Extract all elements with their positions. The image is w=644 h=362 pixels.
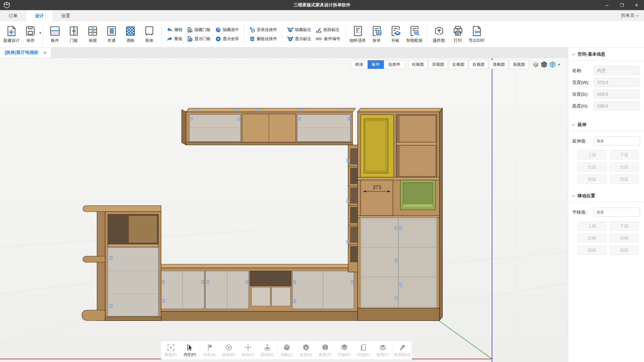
delete-connector-button[interactable]: 删除连接件 (247, 35, 279, 43)
section-header-extend[interactable]: 延伸 (568, 118, 644, 131)
left-view-button[interactable]: 左视图 (449, 60, 468, 69)
menu-tab-order[interactable]: 订单 (0, 10, 26, 21)
extend-back-button[interactable]: 后延 (610, 175, 639, 184)
selected-compartment-yellow[interactable] (361, 115, 394, 177)
3d-viewport[interactable]: 373 柜体 板件 连接件 前视图 后视图 左视图 右视图 顶视图 底视图 (0, 58, 568, 362)
board-thickness-tool[interactable]: 板厚(Y) (373, 341, 392, 359)
exploded-view-icon (433, 25, 445, 37)
smart-check-button[interactable]: 智能检测 (405, 23, 424, 46)
extend-down-button[interactable]: 下延 (610, 150, 639, 159)
front-view-button[interactable]: 前视图 (408, 60, 428, 69)
mode-cabinet-button[interactable]: 柜体 (351, 60, 368, 69)
section-header-move[interactable]: 移动位置 (568, 189, 644, 202)
extend-right-button[interactable]: 右延 (610, 162, 639, 172)
shape-tool[interactable]: 造形(X) (296, 341, 315, 359)
move-value-input[interactable] (594, 208, 640, 217)
install-connector-button[interactable]: 安装连接件 (247, 26, 279, 34)
redo-button[interactable]: 重做 (164, 35, 185, 43)
solid-cube-icon[interactable] (532, 61, 539, 68)
notch-tool[interactable]: 开缺(O) (335, 341, 354, 359)
show-all-button[interactable]: 显示全部 (213, 35, 241, 43)
mode-panel-button[interactable]: 板件 (368, 60, 384, 69)
back-view-button[interactable]: 后视图 (428, 60, 448, 69)
move-front-button[interactable]: 前移 (578, 246, 607, 255)
move-tool[interactable]: 移动(V) (238, 341, 257, 359)
cabinet-body-button[interactable]: 柜体 (140, 23, 159, 46)
restore-icon[interactable]: ❐ (614, 0, 629, 10)
render-style-caret-icon[interactable]: ▼ (557, 63, 560, 66)
left-tower[interactable] (82, 206, 161, 321)
door-panel-button[interactable]: 门板 (64, 23, 83, 46)
panel-button[interactable]: 板件 (45, 23, 64, 46)
drawer-button[interactable]: 抽屉 (83, 23, 102, 46)
glass-cube-icon[interactable] (549, 61, 556, 68)
menu-tab-settings[interactable]: 设置 (53, 10, 79, 21)
right-tower[interactable] (358, 108, 442, 321)
panel-number-button[interactable]: NO. 板件编号 (313, 35, 343, 43)
show-all-icon (215, 36, 221, 42)
wireframe-cube-icon[interactable] (541, 61, 548, 68)
hanging-rod-button[interactable]: 衣通 (102, 23, 121, 46)
close-icon[interactable]: ✕ (629, 0, 644, 10)
minimize-icon[interactable]: ─ (600, 0, 614, 10)
move-right-button[interactable]: 右移 (610, 234, 639, 243)
export-dxf-button[interactable]: DXF 导出DXF (467, 23, 486, 46)
move-down-button[interactable]: 下移 (610, 221, 639, 231)
menu-tab-design[interactable]: 设计 (26, 10, 53, 21)
undo-icon (167, 27, 173, 33)
move-button-grid: 上移 下移 左移 右移 前移 后移 (572, 219, 640, 255)
trash-icon (249, 36, 255, 42)
save-button[interactable]: 保存 ▼ (21, 23, 40, 46)
material-brush-tool[interactable]: 材质刷(G) (393, 341, 412, 359)
hide-doors-button[interactable]: 隐藏门板 (185, 26, 213, 34)
panel-icon (49, 25, 61, 37)
selected-compartment-green[interactable] (400, 180, 435, 210)
extend-front-button[interactable]: 前延 (578, 175, 607, 184)
move-back-button[interactable]: 后移 (610, 246, 639, 255)
extend-up-button[interactable]: 上延 (578, 150, 607, 159)
toolbar-divider (282, 24, 282, 45)
extend-tool[interactable]: 延伸(D) (257, 341, 277, 359)
restore-tool[interactable]: 恢复(T) (315, 341, 335, 359)
user-role-dropdown[interactable]: 拆单员 (621, 12, 639, 19)
rotate-tool[interactable]: 旋转(R) (219, 341, 238, 359)
width-field (594, 78, 640, 87)
3d-scene[interactable]: 373 (0, 58, 568, 362)
render-style-group[interactable]: ▼ (532, 61, 560, 68)
rotate-icon (225, 343, 233, 352)
app-title: 三维家板式家具设计拆单软件 (0, 2, 644, 8)
hide-annotation-button[interactable]: 隐藏标注 (285, 26, 313, 34)
add-board-button[interactable]: 补板 (386, 23, 405, 46)
document-tab[interactable]: [拆单]客厅电视柜 ✕ (0, 48, 51, 58)
show-doors-button[interactable]: 显示门板 (185, 35, 213, 43)
edge-banding-tool[interactable]: 封边(K) (354, 341, 373, 359)
right-view-button[interactable]: 右视图 (469, 60, 488, 69)
top-view-button[interactable]: 顶视图 (489, 60, 509, 69)
exploded-view-button[interactable]: 爆炸图 (430, 23, 449, 46)
wine-rack-button[interactable]: 酒格 (121, 23, 140, 46)
print-button[interactable]: 打印 (449, 23, 467, 46)
save-dropdown-caret-icon[interactable]: ▼ (39, 31, 42, 35)
undo-button[interactable]: 撤销 (164, 26, 185, 34)
focus-tool[interactable]: 聚焦(F) (161, 341, 180, 359)
extend-left-button[interactable]: 左延 (578, 162, 607, 172)
bridge-cabinets[interactable] (182, 108, 356, 145)
face-annotation-button[interactable]: 面面标注 (313, 26, 343, 34)
mode-connector-button[interactable]: 连接件 (384, 60, 404, 69)
material-list-button[interactable]: 物料清单 (348, 23, 367, 46)
chamfer-tool[interactable]: 倒角(J) (277, 341, 296, 359)
move-left-button[interactable]: 左移 (578, 234, 607, 243)
move-up-button[interactable]: 上移 (578, 221, 607, 231)
section-header-basic-info[interactable]: 空间-基本信息 (568, 48, 644, 61)
tab-close-icon[interactable]: ✕ (43, 50, 47, 55)
extend-value-input[interactable] (594, 137, 640, 146)
new-design-button[interactable]: 新建设计 (2, 23, 21, 46)
split-order-button[interactable]: 拆单 (367, 23, 386, 46)
view-direction-group: 前视图 后视图 左视图 右视图 顶视图 底视图 (408, 60, 529, 69)
show-annotation-button[interactable]: 显示标注 (285, 35, 313, 43)
hide-selected-button[interactable]: 隐藏选中 (213, 26, 241, 34)
user-role-label: 拆单员 (621, 12, 634, 19)
bottom-view-button[interactable]: 底视图 (509, 60, 529, 69)
align-tool[interactable]: 对齐(A) (200, 341, 219, 359)
inner-space-tool[interactable]: 内空(P) (180, 341, 200, 359)
